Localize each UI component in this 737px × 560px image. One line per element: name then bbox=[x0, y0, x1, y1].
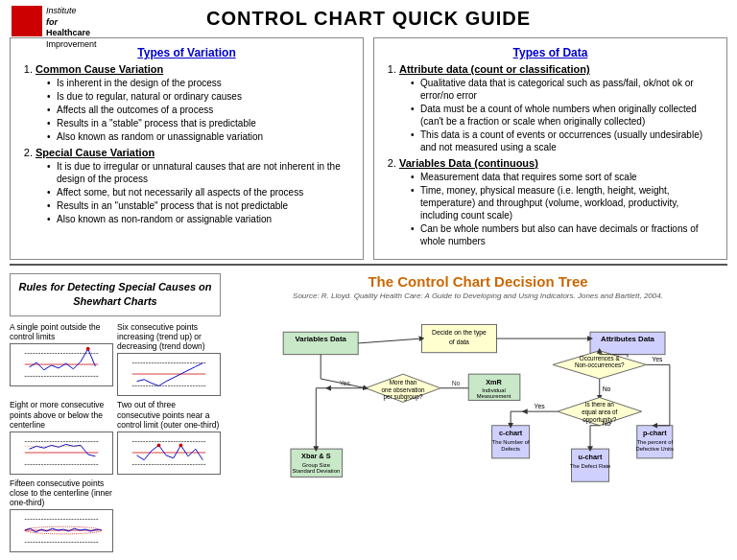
chart-box-single bbox=[10, 343, 113, 386]
chart-svg-eight bbox=[11, 432, 112, 474]
v2-b4: Also known as non-random or assignable v… bbox=[47, 213, 353, 225]
svg-text:Attributes Data: Attributes Data bbox=[601, 335, 655, 343]
svg-text:Yes: Yes bbox=[652, 356, 663, 362]
d2-b3: Can be whole numbers but also can have d… bbox=[411, 222, 717, 247]
svg-text:Yes: Yes bbox=[340, 380, 351, 386]
top-section: Types of Variation Common Cause Variatio… bbox=[0, 37, 737, 260]
svg-text:Xbar & S: Xbar & S bbox=[301, 452, 331, 460]
decision-title: The Control Chart Decision Tree bbox=[228, 273, 727, 290]
svg-text:c-chart: c-chart bbox=[499, 429, 523, 437]
variation-item-1: Common Cause Variation Is inherent in th… bbox=[36, 63, 353, 143]
bottom-section: Rules for Detecting Special Causes on Sh… bbox=[0, 269, 737, 560]
decision-source: Source: R. Lloyd. Quality Health Care: A… bbox=[228, 292, 727, 300]
data-item-2: Variables Data (continuous) Measurement … bbox=[399, 157, 717, 247]
variation-bullets-1: Is inherent in the design of the process… bbox=[36, 77, 353, 143]
v2-b3: Results in an "unstable" process that is… bbox=[47, 199, 353, 212]
svg-text:No: No bbox=[603, 420, 611, 427]
variation-bullets-2: It is due to irregular or unnatural caus… bbox=[36, 160, 353, 225]
svg-text:No: No bbox=[452, 380, 461, 386]
svg-text:Individual: Individual bbox=[482, 387, 506, 393]
svg-text:u-chart: u-chart bbox=[579, 453, 603, 461]
data-list: Attribute data (count or classification)… bbox=[384, 63, 717, 247]
variation-panel: Types of Variation Common Cause Variatio… bbox=[10, 37, 364, 260]
chart-label-eight: Eight or more consecutive points above o… bbox=[10, 400, 113, 430]
rules-box: Rules for Detecting Special Causes on Sh… bbox=[10, 273, 221, 316]
chart-box-fifteen bbox=[10, 509, 113, 552]
svg-text:one observation: one observation bbox=[381, 386, 425, 393]
rules-text: Rules for Detecting Special Causes on Sh… bbox=[18, 281, 211, 307]
svg-text:The percent of: The percent of bbox=[636, 439, 673, 445]
chart-label-fifteen: Fifteen consecutive points close to the … bbox=[10, 478, 113, 508]
d1-b3: This data is a count of events or occurr… bbox=[411, 128, 717, 153]
header: Institute for Healthcare Improvement CON… bbox=[0, 0, 737, 37]
variation-item-2: Special Cause Variation It is due to irr… bbox=[36, 147, 353, 225]
chart-row-3: Fifteen consecutive points close to the … bbox=[10, 478, 221, 553]
svg-text:Measurement: Measurement bbox=[477, 393, 511, 399]
variation-list: Common Cause Variation Is inherent in th… bbox=[20, 63, 353, 225]
svg-text:Defective Units: Defective Units bbox=[636, 446, 674, 452]
v2-b2: Affect some, but not necessarily all asp… bbox=[47, 186, 353, 198]
v2-b1: It is due to irregular or unnatural caus… bbox=[47, 160, 353, 185]
v1-b4: Results in a "stable" process that is pr… bbox=[47, 117, 353, 129]
svg-text:Yes: Yes bbox=[535, 403, 546, 409]
svg-text:Is there an: Is there an bbox=[585, 401, 614, 408]
data-heading-2: Variables Data (continuous) bbox=[399, 157, 538, 169]
svg-text:equal area of: equal area of bbox=[582, 408, 617, 416]
chart-row-1: A single point outside the control limit… bbox=[10, 322, 221, 397]
d1-b1: Qualitative data that is categorical suc… bbox=[411, 77, 717, 102]
variation-heading-2: Special Cause Variation bbox=[36, 147, 155, 158]
logo-icon bbox=[12, 6, 42, 36]
svg-text:Group Size: Group Size bbox=[302, 462, 330, 468]
data-item-1: Attribute data (count or classification)… bbox=[399, 63, 717, 153]
chart-eight-points: Eight or more consecutive points above o… bbox=[10, 400, 113, 475]
data-heading-1: Attribute data (count or classification) bbox=[399, 63, 590, 75]
svg-text:The Defect Rate: The Defect Rate bbox=[570, 463, 611, 469]
svg-text:No: No bbox=[603, 385, 611, 392]
chart-svg-fifteen bbox=[11, 510, 112, 551]
svg-point-14 bbox=[157, 443, 161, 447]
chart-six-consec: Six consecutive points increasing (trend… bbox=[117, 322, 221, 397]
svg-text:Standard Deviation: Standard Deviation bbox=[292, 468, 340, 474]
chart-label-single: A single point outside the control limit… bbox=[10, 322, 113, 341]
v1-b5: Also known as random or unassignable var… bbox=[47, 130, 353, 143]
chart-empty bbox=[117, 478, 221, 553]
chart-single-point: A single point outside the control limit… bbox=[10, 322, 113, 397]
d2-b2: Time, money, physical measure (i.e. leng… bbox=[411, 184, 717, 222]
chart-fifteen: Fifteen consecutive points close to the … bbox=[10, 478, 113, 553]
svg-text:Variables Data: Variables Data bbox=[296, 335, 347, 343]
decision-tree-svg: Variables Data Decide on the type of dat… bbox=[228, 304, 727, 491]
svg-text:XmR: XmR bbox=[486, 378, 502, 386]
data-bullets-2: Measurement data that requires some sort… bbox=[399, 171, 717, 247]
main-title: CONTROL CHART QUICK GUIDE bbox=[206, 8, 531, 30]
chart-box-six bbox=[117, 353, 221, 396]
divider bbox=[10, 264, 727, 266]
svg-line-27 bbox=[358, 338, 421, 343]
decision-tree: Variables Data Decide on the type of dat… bbox=[228, 304, 727, 491]
svg-point-3 bbox=[86, 347, 90, 351]
v1-b1: Is inherent in the design of the process bbox=[47, 77, 353, 89]
svg-text:opportunity?: opportunity? bbox=[582, 416, 616, 424]
right-panel: The Control Chart Decision Tree Source: … bbox=[228, 273, 727, 556]
chart-two-of-three: Two out of three consecutive points near… bbox=[117, 400, 221, 475]
svg-text:of data: of data bbox=[449, 338, 469, 345]
svg-text:The Number of: The Number of bbox=[492, 439, 530, 445]
svg-text:p-chart: p-chart bbox=[643, 429, 667, 437]
logo: Institute for Healthcare Improvement bbox=[12, 6, 97, 51]
chart-box-eight bbox=[10, 432, 113, 475]
left-panel: Rules for Detecting Special Causes on Sh… bbox=[10, 273, 221, 556]
svg-text:Non-occurrences?: Non-occurrences? bbox=[575, 362, 625, 368]
chart-label-two: Two out of three consecutive points near… bbox=[117, 400, 221, 430]
chart-svg-six bbox=[118, 354, 220, 395]
chart-box-two bbox=[117, 432, 221, 475]
chart-row-2: Eight or more consecutive points above o… bbox=[10, 400, 221, 475]
data-panel: Types of Data Attribute data (count or c… bbox=[373, 37, 727, 260]
chart-label-six: Six consecutive points increasing (trend… bbox=[117, 322, 221, 352]
data-bullets-1: Qualitative data that is categorical suc… bbox=[399, 77, 717, 153]
svg-text:Decide on the type: Decide on the type bbox=[432, 329, 487, 337]
chart-svg-single bbox=[11, 344, 112, 385]
d1-b2: Data must be a count of whole numbers wh… bbox=[411, 103, 717, 128]
v1-b3: Affects all the outcomes of a process bbox=[47, 104, 353, 116]
chart-svg-two bbox=[118, 432, 220, 474]
variation-heading-1: Common Cause Variation bbox=[36, 63, 163, 75]
v1-b2: Is due to regular, natural or ordinary c… bbox=[47, 90, 353, 103]
